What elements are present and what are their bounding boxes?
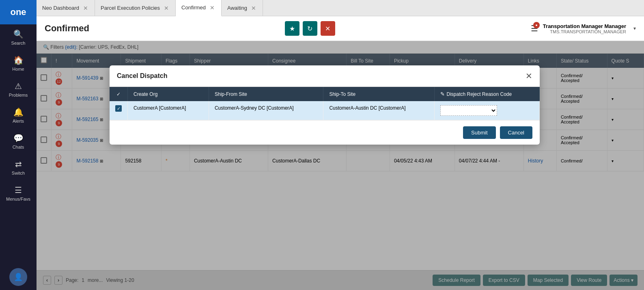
modal-col-dispatch-reason: ✎ Dispatch Reject Reason Code bbox=[435, 87, 540, 101]
tab-close-confirmed[interactable]: ✕ bbox=[209, 4, 215, 11]
home-icon: 🏠 bbox=[13, 55, 24, 65]
dispatch-reason-dropdown[interactable]: Option 1 Option 2 bbox=[440, 105, 497, 116]
sidebar-label-alerts: Alerts bbox=[13, 119, 24, 123]
tab-label-parcel: Parcel Execution Policies bbox=[101, 5, 160, 11]
switch-icon: ⇄ bbox=[15, 159, 22, 169]
user-info[interactable]: Transportation Manager Manager TMS.TRANS… bbox=[543, 23, 626, 34]
refresh-button[interactable]: ↻ bbox=[303, 21, 317, 36]
search-icon: 🔍 bbox=[13, 29, 24, 39]
content-area: 🔍 Filters (edit): [Carrier: UPS, FedEx, … bbox=[37, 41, 644, 290]
cancel-modal-button[interactable]: Cancel bbox=[500, 126, 532, 139]
header-actions: ★ ↻ ✕ bbox=[285, 21, 335, 36]
modal-title: Cancel Dispatch bbox=[117, 72, 167, 80]
submit-button[interactable]: Submit bbox=[463, 126, 495, 139]
sidebar-label-menus: Menus/Favs bbox=[6, 197, 30, 201]
page-title: Confirmed bbox=[45, 23, 89, 34]
modal-overlay: Cancel Dispatch ✕ ✓ Create Org Ship-From… bbox=[37, 41, 644, 290]
sidebar-label-chats: Chats bbox=[13, 145, 24, 149]
tab-close-awaiting[interactable]: ✕ bbox=[250, 5, 257, 11]
modal-row-checkbox[interactable]: ✓ bbox=[115, 105, 122, 112]
sidebar-label-switch: Switch bbox=[12, 171, 25, 175]
tabs-bar: Neo Dashboard ✕ Parcel Execution Policie… bbox=[37, 0, 644, 16]
modal-col-create-org: Create Org bbox=[128, 87, 209, 101]
modal-create-org: CustomerA [CustomerA] bbox=[128, 101, 209, 120]
notifications-button[interactable]: ☰ ● bbox=[531, 24, 538, 33]
sidebar-item-chats[interactable]: 💬 Chats bbox=[0, 128, 37, 154]
sidebar-item-alerts[interactable]: 🔔 Alerts bbox=[0, 102, 37, 128]
avatar[interactable]: 👤 bbox=[9, 268, 27, 286]
chat-icon: 💬 bbox=[13, 133, 24, 143]
notification-badge: ● bbox=[533, 22, 540, 28]
tab-close-neo[interactable]: ✕ bbox=[82, 5, 89, 11]
sidebar-item-switch[interactable]: ⇄ Switch bbox=[0, 154, 37, 180]
tab-awaiting[interactable]: Awaiting ✕ bbox=[222, 0, 263, 16]
header-right: ☰ ● Transportation Manager Manager TMS.T… bbox=[531, 23, 636, 34]
sidebar-item-menus[interactable]: ☰ Menus/Favs bbox=[0, 180, 37, 206]
tab-label-neo: Neo Dashboard bbox=[42, 5, 79, 11]
close-page-button[interactable]: ✕ bbox=[321, 21, 335, 36]
warning-icon: ⚠ bbox=[15, 81, 22, 91]
modal-col-ship-from: Ship-From Site bbox=[209, 87, 323, 101]
menu-icon: ☰ bbox=[15, 185, 22, 195]
edit-icon: ✎ bbox=[440, 91, 445, 97]
tab-parcel-execution[interactable]: Parcel Execution Policies ✕ bbox=[95, 0, 176, 16]
tab-confirmed[interactable]: Confirmed ✕ bbox=[176, 0, 222, 16]
main-content: Neo Dashboard ✕ Parcel Execution Policie… bbox=[37, 0, 644, 290]
star-button[interactable]: ★ bbox=[285, 21, 299, 36]
page-header: Confirmed ★ ↻ ✕ ☰ ● Transportation Manag… bbox=[37, 16, 644, 41]
tab-label-awaiting: Awaiting bbox=[227, 5, 247, 11]
sidebar-label-home: Home bbox=[12, 67, 24, 71]
modal-reason-code-cell: Option 1 Option 2 bbox=[435, 101, 540, 120]
sidebar: one 🔍 Search 🏠 Home ⚠ Problems 🔔 Alerts … bbox=[0, 0, 37, 290]
modal-body: ✓ Create Org Ship-From Site Ship-To Site… bbox=[110, 87, 540, 120]
user-name: Transportation Manager Manager bbox=[543, 23, 626, 29]
user-dropdown-arrow[interactable]: ▾ bbox=[633, 26, 636, 31]
sidebar-item-problems[interactable]: ⚠ Problems bbox=[0, 76, 37, 102]
sidebar-label-problems: Problems bbox=[9, 93, 28, 97]
modal-footer: Submit Cancel bbox=[110, 120, 540, 145]
modal-table: ✓ Create Org Ship-From Site Ship-To Site… bbox=[110, 87, 540, 120]
modal-table-container: ✓ Create Org Ship-From Site Ship-To Site… bbox=[110, 87, 540, 120]
tab-close-parcel[interactable]: ✕ bbox=[163, 5, 170, 11]
tab-neo-dashboard[interactable]: Neo Dashboard ✕ bbox=[37, 0, 95, 16]
bell-icon: 🔔 bbox=[13, 107, 24, 117]
modal-header: Cancel Dispatch ✕ bbox=[110, 65, 540, 87]
sidebar-logo[interactable]: one bbox=[0, 0, 37, 24]
logo-text: one bbox=[10, 7, 26, 17]
modal-close-button[interactable]: ✕ bbox=[526, 71, 532, 81]
sidebar-item-search[interactable]: 🔍 Search bbox=[0, 24, 37, 50]
modal-ship-to: CustomerA-Austin DC [CustomerA] bbox=[323, 101, 435, 120]
sidebar-item-home[interactable]: 🏠 Home bbox=[0, 50, 37, 76]
cancel-dispatch-modal: Cancel Dispatch ✕ ✓ Create Org Ship-From… bbox=[110, 65, 540, 145]
modal-table-row: ✓ CustomerA [CustomerA] CustomerA-Sydney… bbox=[110, 101, 540, 120]
modal-col-ship-to: Ship-To Site bbox=[323, 87, 435, 101]
user-role: TMS.TRANSPORTATION_MANAGER bbox=[543, 29, 626, 34]
sidebar-label-search: Search bbox=[11, 41, 26, 45]
modal-check-cell: ✓ bbox=[110, 101, 128, 120]
modal-col-check: ✓ bbox=[110, 87, 128, 101]
modal-ship-from: CustomerA-Sydney DC [CustomerA] bbox=[209, 101, 323, 120]
tab-label-confirmed: Confirmed bbox=[181, 4, 206, 11]
